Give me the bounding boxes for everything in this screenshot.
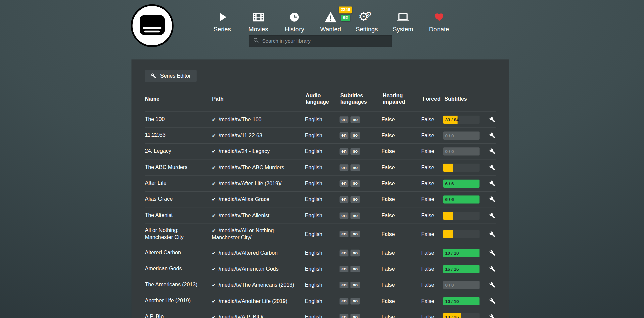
series-path-text: /media/tv/The Americans (2013): [219, 282, 294, 288]
series-name: Alias Grace: [145, 196, 212, 203]
wrench-icon: [489, 180, 495, 186]
language-badge: no: [351, 180, 360, 187]
nav-item-settings[interactable]: ⚙⚙ Settings: [349, 7, 385, 33]
subtitles-progress: 10 / 10: [443, 297, 479, 305]
main-nav: Series Movies History 2246 62: [204, 7, 457, 33]
warning-icon: [324, 11, 337, 23]
edit-series-button[interactable]: [489, 180, 496, 187]
series-name: Another Life (2019): [145, 298, 212, 305]
wanted-count-badge-success: 62: [341, 14, 350, 21]
edit-series-button[interactable]: [489, 116, 496, 123]
language-badge: en: [339, 298, 349, 304]
nav-item-movies[interactable]: Movies: [240, 7, 277, 33]
edit-series-button[interactable]: [489, 195, 496, 203]
language-badge: en: [339, 282, 349, 288]
subtitles-progress: 6 / 6: [443, 195, 479, 203]
forced-value: False: [421, 212, 443, 218]
subtitles-cell: 6 / 6: [443, 195, 489, 203]
hearing-impaired-value: False: [382, 116, 421, 122]
edit-series-button[interactable]: [489, 164, 496, 171]
subtitles-languages: enno: [339, 212, 381, 219]
check-icon: ✔: [212, 266, 216, 272]
series-table-body: The 100 ✔/media/tv/The 100 English enno …: [145, 111, 496, 318]
language-badge: en: [339, 266, 349, 272]
nav-label-settings: Settings: [356, 26, 378, 33]
nav-item-system[interactable]: System: [385, 7, 421, 33]
hearing-impaired-value: False: [382, 282, 421, 288]
series-path: ✔/media/tv/11.22.63: [212, 132, 305, 139]
subtitles-progress: [443, 211, 479, 219]
wrench-icon: [489, 266, 495, 272]
edit-series-button[interactable]: [489, 230, 496, 238]
language-badge: no: [351, 266, 360, 272]
forced-value: False: [421, 250, 443, 256]
series-path: ✔/media/tv/After Life (2019)/: [212, 180, 305, 187]
subtitles-progress-label: 10 / 10: [445, 297, 459, 305]
subtitles-progress-label: 10 / 10: [445, 249, 459, 257]
check-icon: ✔: [212, 282, 216, 288]
row-actions: [489, 116, 496, 123]
subtitles-progress-label: 0 / 0: [445, 131, 454, 139]
audio-language: English: [305, 266, 339, 272]
audio-language: English: [305, 164, 339, 170]
row-actions: [489, 313, 496, 318]
hearing-impaired-value: False: [382, 298, 421, 304]
nav-item-history[interactable]: History: [276, 7, 313, 33]
audio-language: English: [305, 212, 339, 218]
wrench-icon: [489, 212, 495, 218]
edit-series-button[interactable]: [489, 265, 496, 273]
edit-series-button[interactable]: [489, 147, 496, 155]
subtitles-cell: 6 / 6: [443, 179, 489, 187]
row-actions: [489, 230, 496, 238]
nav-item-series[interactable]: Series: [204, 7, 240, 33]
table-row: The Alienist ✔/media/tv/The Alienist Eng…: [145, 207, 496, 223]
subtitles-progress-label: 13 / 26: [445, 313, 459, 318]
table-row: Alias Grace ✔/media/tv/Alias Grace Engli…: [145, 191, 496, 207]
audio-language: English: [305, 298, 339, 304]
hearing-impaired-value: False: [382, 148, 421, 154]
table-row: Altered Carbon ✔/media/tv/Altered Carbon…: [145, 245, 496, 261]
edit-series-button[interactable]: [489, 281, 496, 289]
subtitles-languages: enno: [339, 164, 381, 171]
series-path: ✔/media/tv/The Americans (2013): [212, 281, 305, 288]
wrench-icon: [489, 148, 495, 154]
series-editor-button-label: Series Editor: [160, 73, 191, 79]
subtitles-languages: enno: [339, 314, 381, 318]
table-row: The 100 ✔/media/tv/The 100 English enno …: [145, 111, 496, 127]
language-badge: en: [339, 231, 349, 238]
series-editor-button[interactable]: Series Editor: [145, 70, 197, 82]
edit-series-button[interactable]: [489, 212, 496, 219]
edit-series-button[interactable]: [489, 249, 496, 257]
table-row: After Life ✔/media/tv/After Life (2019)/…: [145, 175, 496, 191]
subtitles-languages: enno: [339, 132, 381, 139]
forced-value: False: [421, 231, 443, 237]
subtitles-progress: 13 / 26: [443, 313, 479, 318]
series-path-text: /media/tv/American Gods: [219, 266, 279, 272]
edit-series-button[interactable]: [489, 297, 496, 305]
bazarr-logo[interactable]: [131, 4, 174, 47]
subtitles-progress: 10 / 10: [443, 249, 479, 257]
series-path-text: /media/tv/All or Nothing- Manchester Cit…: [212, 227, 276, 241]
hearing-impaired-value: False: [382, 231, 421, 237]
wrench-icon: [489, 231, 495, 237]
subtitles-progress: 0 / 0: [443, 131, 479, 139]
search-icon: [253, 37, 259, 45]
nav-label-wanted: Wanted: [320, 26, 341, 33]
nav-item-donate[interactable]: Donate: [421, 7, 457, 33]
nav-item-wanted[interactable]: 2246 62 Wanted: [313, 7, 349, 33]
hearing-impaired-value: False: [382, 132, 421, 138]
edit-series-button[interactable]: [489, 313, 496, 318]
table-row: American Gods ✔/media/tv/American Gods E…: [145, 261, 496, 277]
series-path: ✔/media/tv/The ABC Murders: [212, 164, 305, 171]
language-badge: no: [351, 164, 360, 171]
subtitles-progress: 0 / 0: [443, 147, 479, 155]
edit-series-button[interactable]: [489, 131, 496, 139]
search-input[interactable]: [262, 38, 387, 44]
language-badge: no: [351, 249, 360, 256]
forced-value: False: [421, 282, 443, 288]
series-name: The 100: [145, 116, 212, 123]
hearing-impaired-value: False: [382, 212, 421, 218]
subtitles-progress-label: 6 / 6: [445, 195, 454, 203]
series-path-text: /media/tv/Altered Carbon: [219, 249, 278, 256]
wrench-icon: [151, 73, 156, 79]
